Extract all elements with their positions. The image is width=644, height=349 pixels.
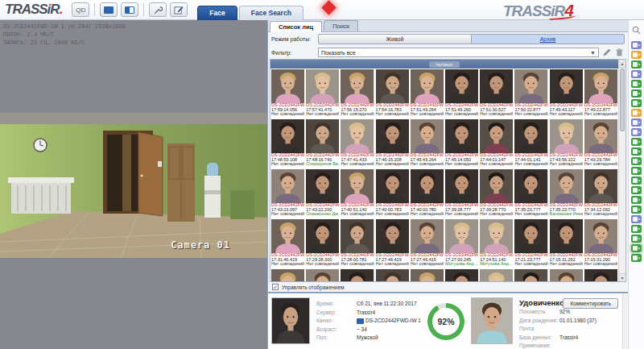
qd-button[interactable]: QD	[72, 2, 89, 17]
face-cell[interactable]: DS-2CD2442FWD… 17:48:16.740Спиридонов Ва…	[306, 119, 339, 168]
face-cell[interactable]: DS-2CD2442FWD… 17:54:16.783Нет совпадени…	[376, 69, 409, 118]
channel-camera-icon[interactable]	[631, 186, 642, 194]
face-cell[interactable]: DS-2CD2442FWD… 17:44:01.141Нет совпадени…	[514, 119, 547, 168]
channel-camera-icon[interactable]	[631, 157, 642, 165]
channel-camera-icon[interactable]	[631, 51, 642, 59]
face-cell[interactable]: DS-2CD2442FWD… 17:43:56.102Нет совпадени…	[550, 119, 583, 168]
channel-camera-icon[interactable]	[631, 244, 642, 252]
delete-filter-button[interactable]	[614, 48, 625, 57]
channel-camera-icon[interactable]	[631, 60, 642, 69]
face-cell[interactable]: DS-2CD2442FWD… 17:50:22.877Нет совпадени…	[514, 69, 547, 118]
scroll-up-arrow[interactable]: ▲	[619, 60, 625, 68]
channel-camera-icon[interactable]	[631, 128, 642, 136]
scrollbar-thumb[interactable]	[620, 69, 625, 131]
mode-live-button[interactable]: Живой	[318, 34, 472, 44]
channel-camera-icon[interactable]	[631, 254, 642, 262]
manage-display-checkbox[interactable]: ✓	[272, 284, 279, 290]
face-cell[interactable]: DS-2CD2442FWD… 17:31:46.419Нет совпадени…	[271, 219, 304, 268]
face-cell[interactable]: DS-2CD2442FWD… 17:27:00.245Мотузова Анд…	[445, 219, 478, 268]
search-icon[interactable]	[632, 23, 641, 38]
face-cell[interactable]: DS-2CD2442FWD… 17:24:51.140Мотузова Анд…	[480, 219, 513, 268]
face-cell[interactable]: DS-2CD2442FWD… 17:49:22.877Нет совпадени…	[584, 69, 617, 118]
channel-camera-icon[interactable]	[631, 167, 642, 175]
face-cell[interactable]: DS-2CD2442FWD… 17:12:22.877Нет совпадени…	[306, 269, 339, 281]
channel-camera-icon[interactable]	[631, 196, 642, 204]
face-cell[interactable]: DS-2CD2442FWD… 17:45:14.050Нет совпадени…	[445, 119, 478, 168]
filter-dropdown[interactable]: Показать все▼	[318, 48, 599, 57]
face-cell[interactable]: DS-2CD2442FWD… 17:03:15.270Нет совпадени…	[480, 269, 513, 281]
face-cell[interactable]: DS-2CD2442FWD… 17:46:15.208Нет совпадени…	[376, 119, 409, 168]
channel-camera-icon[interactable]	[631, 80, 642, 88]
face-cell[interactable]: DS-2CD2442FWD… 17:27:46.415Нет совпадени…	[411, 219, 444, 268]
face-thumbnail	[445, 69, 478, 103]
channel-camera-icon[interactable]	[631, 70, 642, 78]
face-grid-scrollbar[interactable]: ▲ ▼	[618, 60, 625, 281]
face-cell[interactable]: DS-2CD2442FWD… 17:43:22.200Опанасенко Дм…	[306, 169, 339, 218]
scroll-down-arrow[interactable]: ▼	[619, 273, 625, 281]
face-cell[interactable]: DS-2CD2442FWD… 17:01:49.264Нет совпадени…	[514, 269, 547, 281]
face-cell[interactable]: DS-2CD2442FWD… 17:21:23.777Нет совпадени…	[514, 219, 547, 268]
face-cell[interactable]: DS-2CD2442FWD… 17:09:16.783Нет совпадени…	[341, 269, 374, 281]
face-cell[interactable]: DS-2CD2442FWD… 17:05:41.201Нет совпадени…	[411, 269, 444, 281]
face-cell[interactable]: DS-2CD2442FWD… 17:39:28.770Нет совпадени…	[480, 169, 513, 218]
face-cell[interactable]: DS-2CD2442FWD… 17:15:31.292Нет совпадени…	[550, 219, 583, 268]
channel-camera-icon[interactable]	[631, 118, 642, 127]
tab-face[interactable]: Face	[197, 6, 237, 20]
face-cell[interactable]: DS-2CD2442FWD… 17:40:00.780Нет совпадени…	[411, 169, 444, 218]
face-cell[interactable]: DS-2CD2442FWD… 17:48:59.108Нет совпадени…	[271, 119, 304, 168]
face-cell[interactable]: DS-2CD2442FWD… 17:56:15.270Нет совпадени…	[341, 69, 374, 118]
face-cell[interactable]: DS-2CD2442FWD… 17:15:31.290Нет совпадени…	[584, 219, 617, 268]
face-cell[interactable]: DS-2CD2442FWD… 17:51:49.264Нет совпадени…	[411, 69, 444, 118]
tab-face-list[interactable]: Список лиц	[270, 21, 322, 32]
face-cell[interactable]: DS-2CD2442FWD… 17:14:59.108Нет совпадени…	[271, 269, 304, 281]
face-cell[interactable]: DS-2CD2442FWD… 17:35:23.770Балинская Инн…	[550, 169, 583, 218]
channel-camera-icon[interactable]	[631, 215, 642, 223]
face-cell[interactable]: DS-2CD2442FWD… 16:59:01.141Нет совпадени…	[584, 269, 617, 281]
face-cell[interactable]: DS-2CD2442FWD… 17:05:41.200Нет совпадени…	[445, 269, 478, 281]
face-cell[interactable]: DS-2CD2442FWD… 17:49:43.117Нет совпадени…	[550, 69, 583, 118]
face-cell[interactable]: DS-2CD2442FWD… 17:57:41.470Нет совпадени…	[306, 69, 339, 118]
edit-filter-button[interactable]	[601, 48, 612, 57]
face-cell[interactable]: DS-2CD2442FWD… 17:00:14.056Нет совпадени…	[550, 269, 583, 281]
channel-camera-icon[interactable]	[631, 225, 642, 233]
face-cell[interactable]: DS-2CD2442FWD… 17:43:23.097Нет совпадени…	[271, 169, 304, 218]
face-cell[interactable]: DS-2CD2442FWD… 17:40:00.783Нет совпадени…	[376, 169, 409, 218]
face-cell[interactable]: DS-2CD2442FWD… 17:28:00.781Нет совпадени…	[341, 219, 374, 268]
detail-scrollbar[interactable]	[622, 293, 628, 349]
channel-camera-icon[interactable]	[631, 206, 642, 214]
channel-camera-icon[interactable]	[631, 99, 642, 107]
channel-camera-icon[interactable]	[631, 138, 642, 146]
face-cell[interactable]: DS-2CD2442FWD… 17:45:49.264Нет совпадени…	[411, 119, 444, 168]
face-thumbnail	[480, 269, 513, 281]
face-cell[interactable]: DS-2CD2442FWD… 17:44:01.147Нет совпадени…	[480, 119, 513, 168]
edit-note-button[interactable]	[170, 2, 188, 17]
face-cell[interactable]: DS-2CD2442FWD… 17:39:28.777Нет совпадени…	[445, 169, 478, 218]
tab-face-search[interactable]: Face Search	[239, 6, 303, 20]
face-cell[interactable]: DS-2CD2442FWD… 17:51:49.260Нет совпадени…	[445, 69, 478, 118]
face-cell[interactable]: DS-2CD2442FWD… 17:40:51.140Нет совпадени…	[341, 169, 374, 218]
tab-search[interactable]: Поиск	[324, 20, 358, 31]
similarity-ring: 92%	[427, 303, 464, 340]
channel-camera-icon[interactable]	[631, 147, 642, 156]
channel-camera-icon[interactable]	[631, 89, 642, 98]
comment-button[interactable]: Комментировать	[563, 298, 618, 309]
layout-button[interactable]	[121, 2, 138, 17]
face-cell[interactable]: DS-2CD2442FWD… 17:29:28.300Нет совпадени…	[306, 219, 339, 268]
face-cell[interactable]: DS-2CD2442FWD… 17:47:41.433Нет совпадени…	[341, 119, 374, 168]
face-cell[interactable]: DS-2CD2442FWD… 17:34:12.092Нет совпадени…	[584, 169, 617, 218]
face-cell[interactable]: DS-2CD2442FWD… 17:51:30.527Нет совпадени…	[480, 69, 513, 118]
channel-camera-icon[interactable]	[631, 235, 642, 243]
face-cell[interactable]: DS-2CD2442FWD… 17:59:14.056Нет совпадени…	[271, 69, 304, 118]
channel-camera-icon[interactable]	[631, 177, 642, 185]
channel-camera-icon[interactable]	[631, 109, 642, 117]
mode-archive-button[interactable]: Архив	[472, 34, 625, 44]
face-cell[interactable]: DS-2CD2442FWD… 17:43:29.784Нет совпадени…	[584, 119, 617, 168]
tools-button[interactable]	[149, 2, 167, 17]
monitor-button[interactable]	[100, 2, 118, 17]
camera-view-pane[interactable]: DS-2CD2442FWD-IW 1 (H.264) 1920x1080 ПОТ…	[0, 20, 267, 349]
face-cell[interactable]: DS-2CD2442FWD… 17:35:23.777Нет совпадени…	[514, 169, 547, 218]
face-cell[interactable]: DS-2CD2442FWD… 17:27:46.419Нет совпадени…	[376, 219, 409, 268]
alarm-diamond-icon[interactable]	[321, 0, 336, 15]
face-cell[interactable]: DS-2CD2442FWD… 17:07:41.470Нет совпадени…	[376, 269, 409, 281]
channel-camera-icon[interactable]	[631, 41, 642, 49]
